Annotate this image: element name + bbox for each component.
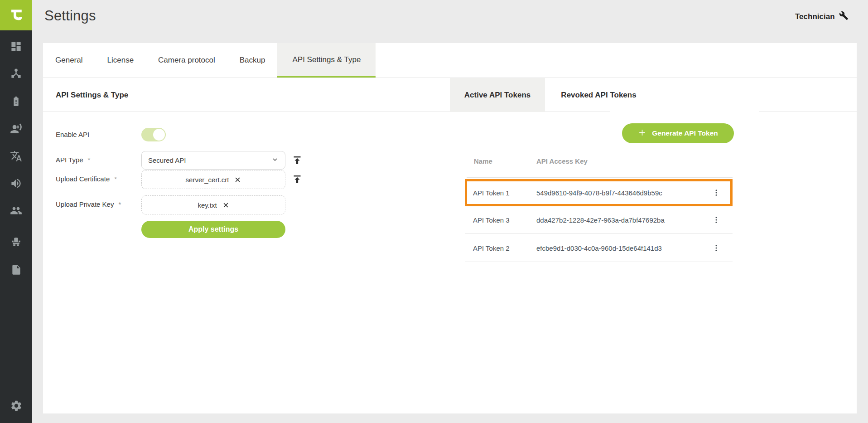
kebab-menu-icon[interactable] xyxy=(711,243,722,253)
sidebar-item-users[interactable] xyxy=(0,201,32,221)
tab-general[interactable]: General xyxy=(43,43,95,78)
document-icon xyxy=(10,264,22,277)
api-type-select[interactable]: Secured API xyxy=(141,151,285,170)
sidebar-item-settings[interactable] xyxy=(0,397,32,417)
translate-icon xyxy=(10,150,22,164)
tab-panel-notch xyxy=(610,112,759,119)
front-desk-icon xyxy=(10,236,22,250)
table-row[interactable]: API Token 3 dda427b2-1228-42e7-963a-da7b… xyxy=(465,206,733,234)
generate-api-token-label: Generate API Token xyxy=(652,129,718,137)
tab-backup[interactable]: Backup xyxy=(227,43,278,78)
required-asterisk: * xyxy=(114,175,117,183)
section-header-row: API Settings & Type Active API Tokens Re… xyxy=(43,78,857,112)
tab-camera-protocol[interactable]: Camera protocol xyxy=(146,43,227,78)
token-name: API Token 1 xyxy=(473,189,510,197)
settings-page: Settings Technician xyxy=(0,0,868,423)
people-icon xyxy=(10,204,22,219)
device-hub-icon xyxy=(10,67,22,81)
api-type-value: Secured API xyxy=(148,156,186,164)
table-row-highlighted[interactable]: API Token 1 549d9610-94f9-4078-b9f7-4436… xyxy=(465,179,733,206)
certificate-filename: server_cert.crt xyxy=(186,176,229,184)
tab-revoked-api-tokens[interactable]: Revoked API Tokens xyxy=(545,78,652,112)
volume-icon xyxy=(10,177,22,191)
token-name: API Token 3 xyxy=(473,216,510,224)
token-name: API Token 2 xyxy=(473,244,510,252)
settings-gear-icon xyxy=(10,399,23,414)
column-header-name: Name xyxy=(474,157,492,165)
private-key-filename: key.txt xyxy=(198,201,217,209)
chevron-down-icon xyxy=(271,156,279,165)
user-role-label: Technician xyxy=(795,12,835,21)
sidebar-item-documents[interactable] xyxy=(0,261,32,281)
sidebar-item-battery-status[interactable] xyxy=(0,92,32,112)
dashboard-icon xyxy=(10,40,22,54)
api-type-label: API Type* xyxy=(56,156,90,164)
plus-icon xyxy=(638,128,646,139)
token-access-key: efcbe9d1-d030-4c0a-960d-15de64f141d3 xyxy=(536,244,662,252)
section-heading: API Settings & Type xyxy=(56,78,128,112)
kebab-menu-icon[interactable] xyxy=(711,187,722,198)
sidebar xyxy=(0,0,32,423)
table-row[interactable]: API Token 2 efcbe9d1-d030-4c0a-960d-15de… xyxy=(465,234,733,262)
upload-certificate-button[interactable] xyxy=(291,173,304,186)
generate-api-token-button[interactable]: Generate API Token xyxy=(622,123,734,143)
sidebar-item-devices[interactable] xyxy=(0,64,32,84)
user-role-indicator[interactable]: Technician xyxy=(795,11,849,22)
column-header-access-key: API Access Key xyxy=(536,157,588,165)
remove-private-key-icon[interactable] xyxy=(222,202,229,209)
kebab-menu-icon[interactable] xyxy=(711,214,722,225)
toggle-knob xyxy=(153,129,165,141)
sidebar-item-languages[interactable] xyxy=(0,147,32,167)
sidebar-item-dashboard[interactable] xyxy=(0,37,32,57)
wrench-icon xyxy=(839,11,849,22)
certificate-filebox[interactable]: server_cert.crt xyxy=(141,170,285,189)
tab-active-api-tokens[interactable]: Active API Tokens xyxy=(450,78,545,112)
upload-private-key-label: Upload Private Key* xyxy=(56,200,121,208)
table-header-divider xyxy=(467,177,733,178)
settings-card: General License Camera protocol Backup A… xyxy=(43,43,857,413)
upload-api-type-button[interactable] xyxy=(291,154,304,167)
required-asterisk: * xyxy=(88,156,91,164)
upload-certificate-label: Upload Certificate* xyxy=(56,175,117,183)
remove-certificate-icon[interactable] xyxy=(234,176,241,183)
sidebar-item-announcements[interactable] xyxy=(0,119,32,139)
required-asterisk: * xyxy=(118,200,121,208)
sidebar-divider xyxy=(0,391,32,391)
apply-settings-button[interactable]: Apply settings xyxy=(141,221,285,238)
page-title: Settings xyxy=(44,8,96,24)
settings-tab-bar: General License Camera protocol Backup A… xyxy=(43,43,857,78)
voice-announce-icon xyxy=(10,122,22,136)
tab-api-settings[interactable]: API Settings & Type xyxy=(277,43,376,78)
private-key-filebox[interactable]: key.txt xyxy=(141,195,285,214)
battery-alert-icon xyxy=(10,96,22,109)
app-logo[interactable] xyxy=(0,0,32,30)
token-access-key: 549d9610-94f9-4078-b9f7-443646d9b59c xyxy=(536,189,662,197)
token-access-key: dda427b2-1228-42e7-963a-da7bf47692ba xyxy=(536,216,665,224)
sidebar-item-workstation[interactable] xyxy=(0,233,32,253)
logo-t-glyph xyxy=(7,6,26,25)
tab-license[interactable]: License xyxy=(95,43,146,78)
sidebar-item-audio[interactable] xyxy=(0,174,32,194)
enable-api-label: Enable API xyxy=(56,131,89,138)
enable-api-toggle[interactable] xyxy=(141,128,166,141)
